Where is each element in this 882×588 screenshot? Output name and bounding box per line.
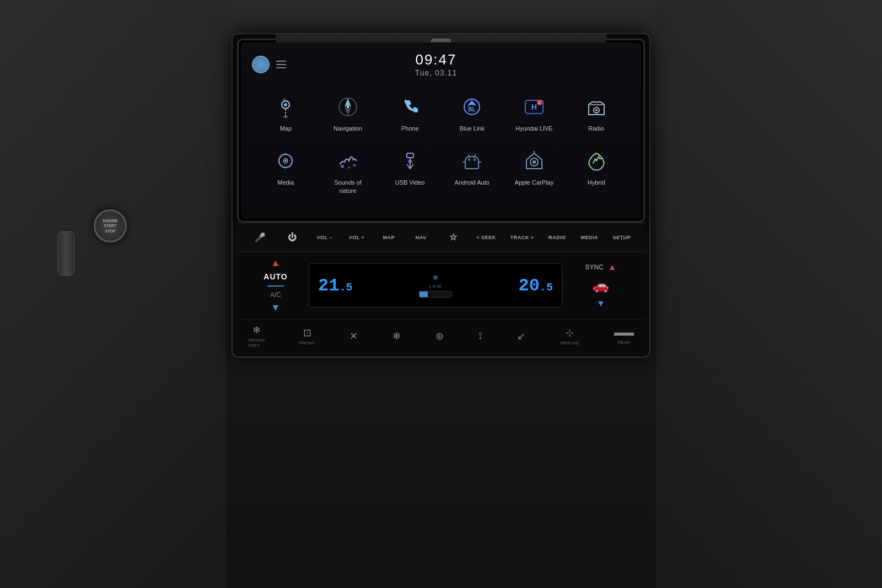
app-bluelink[interactable]: BL Blue Link xyxy=(444,88,501,137)
ctrl-seek-back[interactable]: < SEEK xyxy=(473,233,499,242)
driver-temp-control: ▲ AUTO A/C ▼ xyxy=(263,257,287,314)
phone-label: Phone xyxy=(401,125,419,132)
fan-bar xyxy=(419,291,452,298)
sync-up-button[interactable]: ▲ xyxy=(608,262,617,272)
passenger-temp-dec: .5 xyxy=(540,281,553,294)
vent-btn-defrost[interactable]: ⊛ xyxy=(435,330,444,342)
ctrl-track-fwd[interactable]: TRACK > xyxy=(507,233,537,242)
ctrl-favorite[interactable]: ☆ xyxy=(441,230,465,245)
hyundai-live-icon: H L xyxy=(520,93,548,121)
ctrl-media[interactable]: MEDIA xyxy=(577,233,601,242)
sounds-nature-icon xyxy=(334,147,362,175)
svg-text:L: L xyxy=(539,101,541,105)
menu-line-1 xyxy=(276,61,286,62)
hybrid-icon xyxy=(582,147,611,175)
vent-btn-front[interactable]: ⊡FRONT xyxy=(299,327,315,346)
driver-only-icon: ❄ xyxy=(252,324,261,336)
fan-icon: ✻ xyxy=(433,274,438,282)
phone-icon xyxy=(396,93,424,121)
ctrl-vol-plus[interactable]: VOL + xyxy=(345,233,369,242)
ctrl-map[interactable]: MAP xyxy=(377,233,401,242)
ac-indicator xyxy=(267,285,284,287)
vent-btn-driver-only[interactable]: ❄DRIVER ONLY xyxy=(248,324,265,348)
menu-button[interactable] xyxy=(276,61,286,68)
bluelink-label: Blue Link xyxy=(460,125,485,132)
app-map[interactable]: Map xyxy=(257,88,314,137)
ctrl-vol-minus[interactable]: VOL – xyxy=(313,233,337,242)
ac-label: A/C xyxy=(270,291,281,299)
svg-rect-20 xyxy=(408,160,412,163)
vent-btn-diffuse[interactable]: ⊹DIFFUSE xyxy=(561,327,579,346)
app-hybrid[interactable]: Hybrid xyxy=(568,142,625,199)
svg-point-2 xyxy=(284,103,287,106)
center-console: 09:47 Tue, 03.11 Map Navigation Phone BL… xyxy=(232,33,650,358)
climate-display: 21.5 ✻ LOW 20.5 xyxy=(309,263,562,308)
app-android-auto[interactable]: Android Auto xyxy=(444,142,501,199)
floor-icon: ↙ xyxy=(517,330,525,342)
menu-line-3 xyxy=(276,67,286,68)
driver-only-label: DRIVER ONLY xyxy=(248,338,265,348)
app-radio[interactable]: Radio xyxy=(568,88,625,137)
app-media[interactable]: Media xyxy=(257,142,314,199)
favorite-icon: ☆ xyxy=(449,232,458,242)
android-auto-icon xyxy=(458,147,486,175)
vent-btn-rear[interactable]: ▬▬REAR xyxy=(614,327,634,345)
app-apple-carplay[interactable]: Apple CarPlay xyxy=(506,142,563,199)
driver-temp-up[interactable]: ▲ xyxy=(271,257,281,269)
hybrid-label: Hybrid xyxy=(588,179,605,186)
ctrl-voice[interactable]: 🎤 xyxy=(248,230,272,245)
vent-btn-fan-on[interactable]: ❄ xyxy=(392,330,401,342)
vent-btn-floor[interactable]: ↙ xyxy=(517,330,525,342)
status-left xyxy=(252,56,286,73)
control-row: 🎤⏻VOL –VOL +MAPNAV☆< SEEKTRACK >RADIOMED… xyxy=(237,223,645,252)
menu-line-2 xyxy=(276,64,286,65)
vent-btn-vent[interactable]: ⟟ xyxy=(478,330,482,342)
driver-temp-dec: .5 xyxy=(339,281,352,294)
navigation-icon xyxy=(334,93,362,121)
driver-temp-display: 21.5 xyxy=(318,276,352,296)
home-button[interactable] xyxy=(252,56,270,73)
app-sounds-nature[interactable]: Sounds of nature xyxy=(320,142,377,199)
android-auto-label: Android Auto xyxy=(455,179,490,186)
sync-down-button[interactable]: ▼ xyxy=(596,299,605,309)
app-hyundai-live[interactable]: H L Hyundai LIVE xyxy=(506,88,563,137)
map-label: MAP xyxy=(383,235,395,240)
svg-point-15 xyxy=(284,160,287,162)
front-icon: ⊡ xyxy=(303,327,311,339)
right-dashboard xyxy=(656,0,882,588)
clock-time: 09:47 xyxy=(415,51,457,68)
app-navigation[interactable]: Navigation xyxy=(320,88,377,137)
hyundai-live-label: Hyundai LIVE xyxy=(515,125,552,132)
app-usb-video[interactable]: USB Video xyxy=(381,142,438,199)
setup-label: SETUP xyxy=(612,235,631,240)
ctrl-radio[interactable]: RADIO xyxy=(545,233,569,242)
sync-row: SYNC ▲ xyxy=(585,262,616,272)
radio-label: Radio xyxy=(588,125,604,132)
apple-carplay-icon xyxy=(520,147,548,175)
svg-point-1 xyxy=(283,116,288,118)
engine-start-button[interactable]: ENGINESTARTSTOP xyxy=(94,209,127,242)
svg-point-22 xyxy=(474,159,476,161)
track-fwd-label: TRACK > xyxy=(510,235,534,240)
climate-left: ▲ AUTO A/C ▼ xyxy=(248,257,303,314)
vent-btn-fan-off[interactable]: ✕ xyxy=(349,330,358,342)
svg-point-21 xyxy=(468,159,470,161)
climate-right: SYNC ▲ 🚗 ▼ xyxy=(568,262,634,309)
usb-video-icon xyxy=(396,147,424,175)
svg-text:BL: BL xyxy=(469,106,476,112)
passenger-temp-display: 20.5 xyxy=(519,276,553,296)
engine-btn-label: ENGINESTARTSTOP xyxy=(103,218,118,233)
front-label: FRONT xyxy=(299,341,315,346)
svg-point-24 xyxy=(533,160,536,164)
fan-off-icon: ✕ xyxy=(349,330,358,342)
usb-video-label: USB Video xyxy=(395,179,425,186)
media-label: MEDIA xyxy=(580,235,598,240)
fan-on-icon: ❄ xyxy=(392,330,401,342)
driver-temp-down[interactable]: ▼ xyxy=(271,302,281,314)
ctrl-nav[interactable]: NAV xyxy=(409,233,433,242)
app-phone[interactable]: Phone xyxy=(381,88,438,137)
vol-plus-label: VOL + xyxy=(349,235,365,240)
apple-carplay-label: Apple CarPlay xyxy=(515,179,553,186)
ctrl-power[interactable]: ⏻ xyxy=(280,230,304,245)
ctrl-setup[interactable]: SETUP xyxy=(609,233,634,242)
